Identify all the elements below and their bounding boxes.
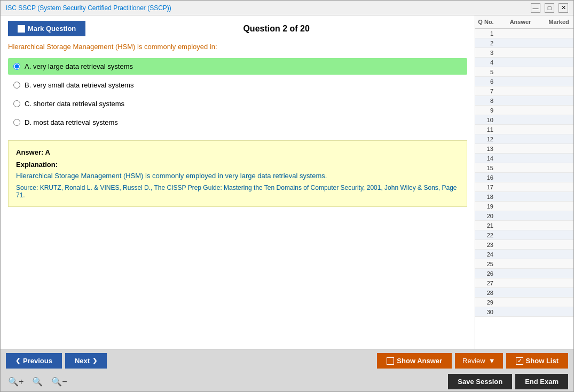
zoom-normal-icon: 🔍 xyxy=(32,377,43,386)
bottom-right-buttons: Save Session End Exam xyxy=(448,374,568,389)
list-item[interactable]: 4 xyxy=(475,58,573,67)
answer-option-a[interactable]: A. very large data retrieval systems xyxy=(8,58,467,75)
save-session-button[interactable]: Save Session xyxy=(448,374,512,389)
answer-explanation-panel: Answer: A Explanation: Hierarchical Stor… xyxy=(8,140,467,207)
option-c-label: C. shorter data retrieval systems xyxy=(25,100,124,108)
list-item[interactable]: 24 xyxy=(475,250,573,259)
nav-row: ❮ Previous Next ❯ Show Answer Review ▼ ✓… xyxy=(1,350,573,372)
main-window: ISC SSCP (System Security Certified Prac… xyxy=(0,0,574,392)
right-panel: Q No. Answer Marked 1 2 3 4 5 6 7 8 9 10… xyxy=(475,15,573,349)
option-a-label: A. very large data retrieval systems xyxy=(25,62,133,70)
previous-button[interactable]: ❮ Previous xyxy=(6,353,62,369)
col-header-qno: Q No. xyxy=(475,18,497,26)
list-item[interactable]: 16 xyxy=(475,173,573,182)
answer-option-b[interactable]: B. very small data retrieval systems xyxy=(8,77,467,93)
list-item[interactable]: 22 xyxy=(475,230,573,240)
show-list-button[interactable]: ✓ Show List xyxy=(506,353,568,369)
maximize-button[interactable]: □ xyxy=(545,3,554,13)
bottom-bar: ❮ Previous Next ❯ Show Answer Review ▼ ✓… xyxy=(1,349,573,391)
list-item[interactable]: 12 xyxy=(475,134,573,144)
prev-chevron-icon: ❮ xyxy=(15,357,20,364)
list-item[interactable]: 5 xyxy=(475,67,573,77)
list-item[interactable]: 20 xyxy=(475,211,573,221)
answer-line: Answer: A xyxy=(16,148,459,156)
show-answer-label: Show Answer xyxy=(397,357,442,365)
minimize-button[interactable]: — xyxy=(531,3,540,13)
col-header-answer: Answer xyxy=(497,18,544,26)
list-item[interactable]: 10 xyxy=(475,115,573,125)
show-answer-checkbox-icon xyxy=(387,357,394,365)
list-item[interactable]: 7 xyxy=(475,86,573,96)
list-item[interactable]: 30 xyxy=(475,307,573,317)
window-controls: — □ ✕ xyxy=(531,3,568,13)
list-item[interactable]: 13 xyxy=(475,144,573,154)
review-label: Review xyxy=(462,357,485,365)
show-list-checkbox-icon: ✓ xyxy=(516,357,523,365)
mark-checkbox-icon: ■ xyxy=(18,25,25,33)
left-panel: ■ Mark Question Question 2 of 20 Hierarc… xyxy=(1,15,475,349)
zoom-normal-button[interactable]: 🔍 xyxy=(30,375,45,388)
zoom-out-button[interactable]: 🔍− xyxy=(49,375,69,388)
list-item[interactable]: 17 xyxy=(475,182,573,192)
option-d-label: D. most data retrieval systems xyxy=(25,118,118,126)
list-item[interactable]: 3 xyxy=(475,48,573,58)
question-text: Hierarchical Storage Management (HSM) is… xyxy=(8,43,467,51)
list-item[interactable]: 27 xyxy=(475,278,573,288)
review-button[interactable]: Review ▼ xyxy=(455,353,503,369)
list-item[interactable]: 2 xyxy=(475,38,573,48)
list-item[interactable]: 19 xyxy=(475,202,573,211)
radio-c[interactable] xyxy=(13,100,20,107)
list-item[interactable]: 8 xyxy=(475,96,573,106)
list-item[interactable]: 26 xyxy=(475,269,573,278)
answer-option-c[interactable]: C. shorter data retrieval systems xyxy=(8,95,467,112)
next-chevron-icon: ❯ xyxy=(92,357,97,364)
option-b-label: B. very small data retrieval systems xyxy=(25,81,133,89)
question-list-header: Q No. Answer Marked xyxy=(475,15,573,29)
end-exam-button[interactable]: End Exam xyxy=(515,374,568,389)
save-session-label: Save Session xyxy=(458,378,502,386)
window-title: ISC SSCP (System Security Certified Prac… xyxy=(6,4,171,12)
list-item[interactable]: 9 xyxy=(475,106,573,115)
main-content: ■ Mark Question Question 2 of 20 Hierarc… xyxy=(1,15,573,349)
list-item[interactable]: 15 xyxy=(475,163,573,173)
list-item[interactable]: 29 xyxy=(475,298,573,307)
mark-question-button[interactable]: ■ Mark Question xyxy=(8,21,85,36)
zoom-in-button[interactable]: 🔍+ xyxy=(6,375,26,388)
zoom-row: 🔍+ 🔍 🔍− Save Session End Exam xyxy=(1,372,573,391)
list-item[interactable]: 11 xyxy=(475,125,573,134)
explanation-text: Hierarchical Storage Management (HSM) is… xyxy=(16,172,459,180)
review-dropdown-icon: ▼ xyxy=(489,357,496,365)
radio-b[interactable] xyxy=(13,82,20,89)
radio-d[interactable] xyxy=(13,119,20,126)
previous-label: Previous xyxy=(23,357,52,365)
next-button[interactable]: Next ❯ xyxy=(65,353,107,369)
list-item[interactable]: 6 xyxy=(475,77,573,86)
question-title: Question 2 of 20 xyxy=(85,24,467,34)
end-exam-label: End Exam xyxy=(525,378,559,386)
list-item[interactable]: 23 xyxy=(475,240,573,250)
next-label: Next xyxy=(75,357,90,365)
list-item[interactable]: 21 xyxy=(475,221,573,230)
list-item[interactable]: 1 xyxy=(475,29,573,38)
list-item[interactable]: 28 xyxy=(475,288,573,298)
close-button[interactable]: ✕ xyxy=(559,3,568,13)
question-list[interactable]: 1 2 3 4 5 6 7 8 9 10 11 12 13 14 15 16 1… xyxy=(475,29,573,349)
list-item[interactable]: 14 xyxy=(475,154,573,163)
show-list-label: Show List xyxy=(526,357,559,365)
zoom-out-icon: 🔍− xyxy=(51,377,67,386)
list-item[interactable]: 18 xyxy=(475,192,573,202)
mark-question-label: Mark Question xyxy=(28,25,76,33)
title-bar: ISC SSCP (System Security Certified Prac… xyxy=(1,1,573,15)
list-item[interactable]: 25 xyxy=(475,259,573,269)
explanation-label: Explanation: xyxy=(16,161,459,169)
zoom-in-icon: 🔍+ xyxy=(8,377,23,386)
show-answer-button[interactable]: Show Answer xyxy=(377,353,452,369)
radio-a[interactable] xyxy=(13,63,20,70)
header-row: ■ Mark Question Question 2 of 20 xyxy=(8,21,467,36)
answer-option-d[interactable]: D. most data retrieval systems xyxy=(8,114,467,131)
col-header-marked: Marked xyxy=(544,18,573,26)
source-text: Source: KRUTZ, Ronald L. & VINES, Russel… xyxy=(16,184,459,199)
